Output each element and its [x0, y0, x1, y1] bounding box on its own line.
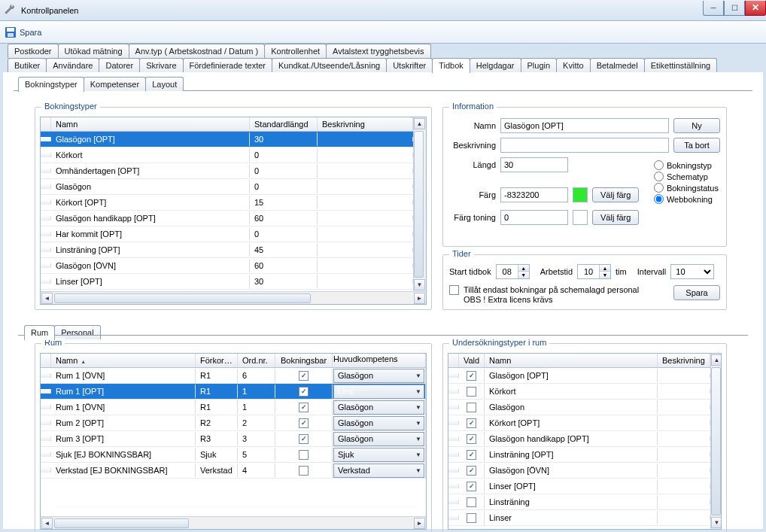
- column-header[interactable]: [41, 354, 51, 367]
- table-row[interactable]: Linser: [448, 510, 710, 526]
- huvudkompetens-select[interactable]: Verkstad▼: [333, 464, 424, 478]
- vald-checkbox[interactable]: [467, 387, 476, 397]
- huvudkompetens-select[interactable]: Glasögon▼: [333, 400, 424, 415]
- tab-utskrifter[interactable]: Utskrifter: [386, 58, 433, 72]
- tab-f-rdefinierade-texter[interactable]: Fördefinierade texter: [183, 58, 273, 72]
- huvudkompetens-select[interactable]: Glasögon▼: [333, 369, 424, 383]
- table-row[interactable]: Körkort [OPT]: [448, 415, 710, 431]
- tab-rum[interactable]: Rum: [24, 325, 55, 340]
- scroll-down-icon[interactable]: ▼: [711, 517, 721, 528]
- column-header[interactable]: Beskrivning: [658, 354, 710, 367]
- bokningsbar-checkbox[interactable]: [299, 418, 309, 428]
- scroll-thumb[interactable]: [414, 131, 424, 278]
- table-row[interactable]: Glasögon handikapp [OPT]60: [41, 211, 413, 226]
- radio-webbokning[interactable]: Webbokning: [654, 194, 719, 204]
- tab-anv-ndare[interactable]: Användare: [46, 58, 99, 72]
- column-header[interactable]: Namn▲: [51, 354, 196, 367]
- window-minimize[interactable]: ─: [703, 1, 724, 16]
- valjfarg-button-1[interactable]: Välj färg: [592, 187, 639, 202]
- tab-kvitto[interactable]: Kvitto: [556, 58, 591, 72]
- column-header[interactable]: Förkortn.: [196, 354, 238, 367]
- vald-checkbox[interactable]: [467, 450, 476, 460]
- table-row[interactable]: Glasögon [OPT]30: [41, 132, 413, 147]
- tab-tidbok[interactable]: Tidbok: [432, 58, 470, 73]
- allow-only-scheduled-checkbox[interactable]: [449, 285, 459, 295]
- table-row[interactable]: Körkort: [448, 384, 710, 400]
- arbetstid-spinner[interactable]: ▲▼: [577, 264, 611, 279]
- tab-butiker[interactable]: Butiker: [8, 58, 47, 72]
- vald-checkbox[interactable]: [467, 371, 476, 381]
- tab-skrivare[interactable]: Skrivare: [139, 58, 183, 72]
- column-header[interactable]: Namn: [485, 354, 658, 367]
- vald-checkbox[interactable]: [467, 466, 476, 476]
- scroll-thumb[interactable]: [54, 293, 311, 303]
- table-row[interactable]: Verkstad [EJ BOKNINGSBAR] Verkstad 4 Ver…: [41, 463, 426, 479]
- scroll-thumb[interactable]: [54, 518, 189, 528]
- vald-checkbox[interactable]: [467, 418, 476, 428]
- namn-input[interactable]: [500, 118, 669, 133]
- huvudkompetens-select[interactable]: Glasögon▼: [333, 416, 424, 430]
- table-row[interactable]: Linsträning [OPT]45: [41, 242, 413, 258]
- vald-checkbox[interactable]: [467, 513, 476, 523]
- column-header[interactable]: Huvudkompetens: [333, 354, 426, 367]
- bokningsbar-checkbox[interactable]: [299, 450, 309, 460]
- scroll-left-icon[interactable]: ◄: [41, 293, 53, 304]
- table-row[interactable]: Sjuk [EJ BOKNINGSBAR] Sjuk 5 Sjuk▼: [41, 447, 426, 463]
- scrollbar-vertical[interactable]: ▲ ▼: [710, 354, 721, 529]
- column-header[interactable]: Bokningsbar: [275, 354, 333, 367]
- scroll-up-icon[interactable]: ▲: [414, 118, 425, 129]
- bokningsbar-checkbox[interactable]: [299, 434, 309, 444]
- farg-input[interactable]: [500, 187, 568, 202]
- scrollbar-horizontal[interactable]: ◄ ►: [41, 291, 426, 304]
- table-row[interactable]: Rum 1 [OPT] R1 1 Lins▼: [41, 384, 426, 400]
- fargtoning-input[interactable]: [500, 210, 568, 225]
- tab-kontrollenhet[interactable]: Kontrollenhet: [264, 44, 327, 58]
- tabort-button[interactable]: Ta bort: [673, 138, 720, 153]
- scroll-up-icon[interactable]: ▲: [711, 354, 721, 366]
- vald-checkbox[interactable]: [467, 497, 476, 507]
- tab-ut-kad-m-tning[interactable]: Utökad mätning: [58, 44, 129, 58]
- table-row[interactable]: Rum 1 [ÖVN] R1 6 Glasögon▼: [41, 368, 426, 384]
- table-row[interactable]: Glasögon handikapp [OPT]: [448, 431, 710, 447]
- start-tidbok-spinner[interactable]: ▲▼: [496, 264, 530, 279]
- table-row[interactable]: Omhändertagen [OPT]0: [41, 163, 413, 179]
- table-row[interactable]: Rum 3 [OPT] R3 3 Glasögon▼: [41, 431, 426, 447]
- scroll-left-icon[interactable]: ◄: [41, 518, 53, 529]
- table-row[interactable]: Har kommit [OPT]0: [41, 226, 413, 242]
- column-header[interactable]: Standardlängd: [250, 117, 318, 131]
- scrollbar-horizontal[interactable]: ◄ ►: [41, 516, 426, 529]
- bokningsbar-checkbox[interactable]: [299, 466, 309, 476]
- column-header[interactable]: [448, 354, 459, 367]
- beskrivning-input[interactable]: [500, 138, 669, 153]
- table-row[interactable]: Glasögon0: [41, 179, 413, 195]
- rum-table[interactable]: Namn▲Förkortn.Ord.nr.BokningsbarHuvudkom…: [40, 353, 427, 530]
- intervall-select[interactable]: 10: [670, 264, 714, 279]
- table-row[interactable]: Glasögon [OPT]: [448, 368, 710, 384]
- column-header[interactable]: [41, 117, 51, 131]
- tab-layout[interactable]: Layout: [145, 77, 184, 91]
- tab-anv-typ-arbetskostnad-datum-[interactable]: Anv.typ ( Arbetskostnad / Datum ): [129, 44, 266, 58]
- table-row[interactable]: Linser [OPT]30: [41, 274, 413, 290]
- table-row[interactable]: Glasögon [ÖVN]: [448, 463, 710, 479]
- table-row[interactable]: Linsträning: [448, 494, 710, 510]
- save-button[interactable]: Spara: [20, 28, 41, 37]
- window-close[interactable]: ✕: [745, 1, 766, 16]
- radio-schematyp[interactable]: Schematyp: [654, 172, 719, 181]
- column-header[interactable]: Vald: [459, 354, 485, 367]
- scroll-right-icon[interactable]: ►: [414, 293, 425, 304]
- column-header[interactable]: Namn: [51, 117, 250, 131]
- tab-etikettinst-llning[interactable]: Etikettinställning: [644, 58, 718, 72]
- valjfarg-button-2[interactable]: Välj färg: [592, 210, 639, 225]
- table-row[interactable]: Glasögon: [448, 400, 710, 415]
- vald-checkbox[interactable]: [467, 482, 476, 491]
- tab-betalmedel[interactable]: Betalmedel: [590, 58, 645, 72]
- tab-kompetenser[interactable]: Kompetenser: [84, 77, 146, 91]
- tab-helgdagar[interactable]: Helgdagar: [470, 58, 521, 72]
- huvudkompetens-select[interactable]: Sjuk▼: [333, 448, 424, 462]
- huvudkompetens-select[interactable]: Glasögon▼: [333, 432, 424, 446]
- bokningstyper-table[interactable]: NamnStandardlängdBeskrivning Glasögon [O…: [40, 117, 427, 305]
- tab-avtalstext-trygghetsbevis[interactable]: Avtalstext trygghetsbevis: [326, 44, 430, 58]
- ny-button[interactable]: Ny: [673, 118, 720, 133]
- tab-bokningstyper[interactable]: Bokningstyper: [18, 77, 84, 92]
- langd-input[interactable]: [500, 157, 568, 172]
